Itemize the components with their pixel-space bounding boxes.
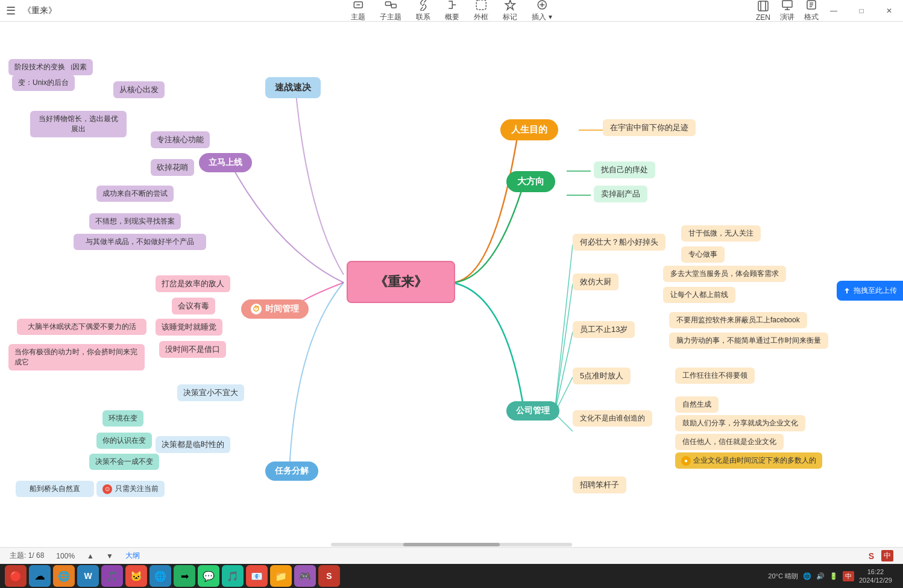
- maximize-button[interactable]: □: [848, 0, 875, 22]
- right-tools: ZEN 演讲 格式: [756, 0, 819, 22]
- taskbar-icon-wps[interactable]: S: [318, 565, 340, 587]
- window-controls: — □ ✕: [820, 0, 903, 22]
- close-button[interactable]: ✕: [875, 0, 903, 22]
- taskbar-icon-4[interactable]: 🎵: [101, 565, 123, 587]
- titlebar: ☰ 《重来》 主题 子主题 联系 概要 外框 标记: [0, 0, 903, 22]
- present-button[interactable]: 演讲: [780, 0, 794, 22]
- float-upload-button[interactable]: 拖拽至此上传: [837, 281, 903, 301]
- tray-volume-icon: 🔊: [816, 572, 825, 580]
- node-recruit[interactable]: 招聘笨杆子: [573, 477, 626, 493]
- node-meetings-toxic[interactable]: 会议有毒: [172, 298, 215, 314]
- toolbar-subject[interactable]: 主题: [351, 0, 365, 22]
- taskbar-icon-2[interactable]: 🌐: [53, 565, 75, 587]
- node-time-mgmt[interactable]: ⏱ 时间管理: [241, 299, 309, 319]
- node-culture-origin[interactable]: 文化不是由谁创造的: [573, 410, 652, 427]
- node-natural[interactable]: 自然生成: [675, 396, 719, 413]
- node-no-monitor[interactable]: 不要用监控软件来屏蔽员工上facebook: [669, 312, 807, 328]
- node-small-ship[interactable]: 何必壮大？船小好掉头: [573, 234, 665, 251]
- node-motivation[interactable]: 当你有极强的动力时，你会挤时间来完成它: [8, 344, 145, 371]
- node-low-profile[interactable]: 甘于低微，无人关注: [681, 225, 761, 242]
- node-tech-stage[interactable]: 阶段技术的变换: [8, 59, 71, 75]
- toolbar-insert[interactable]: 插入 ▾: [532, 0, 552, 22]
- svg-line-5: [422, 4, 424, 6]
- node-trust[interactable]: 信任他人，信任就是企业文化: [675, 434, 784, 450]
- zen-button[interactable]: ZEN: [756, 0, 770, 22]
- node-sleep[interactable]: 该睡觉时就睡觉: [156, 319, 222, 336]
- node-cut-fancy[interactable]: 砍掉花哨: [151, 159, 194, 176]
- format-button[interactable]: 格式: [804, 0, 819, 22]
- node-life-goal[interactable]: 人生目的: [500, 119, 558, 140]
- toolbar-sub-subject[interactable]: 子主题: [380, 0, 401, 22]
- node-employee-age[interactable]: 员工不止13岁: [573, 321, 635, 338]
- taskbar-icon-12[interactable]: 🎮: [294, 565, 316, 587]
- zoom-down[interactable]: ▼: [106, 552, 113, 560]
- mindmap-canvas[interactable]: 《重来》 人生目的 在宇宙中留下你的足迹 大方向 扰自己的痒处 卖掉副产品 公司…: [0, 22, 903, 564]
- node-find-answer[interactable]: 不猜想，到现实寻找答案: [89, 213, 181, 230]
- toolbar-summary[interactable]: 概要: [445, 0, 459, 22]
- systray: 20°C 晴朗 🌐 🔊 🔋 中 16:22 2024/12/29: [762, 564, 898, 588]
- node-share[interactable]: 鼓励人们分享，分享就成为企业文化: [675, 415, 805, 431]
- taskbar-icon-6[interactable]: 🌐: [149, 565, 171, 587]
- toolbar-link[interactable]: 联系: [416, 0, 430, 22]
- input-method[interactable]: 中: [881, 550, 893, 561]
- node-museum[interactable]: 当好博物馆长，选出最优展出: [30, 111, 127, 137]
- node-natural-straight[interactable]: 船到桥头自然直: [16, 481, 94, 497]
- toolbar-summary-label: 概要: [445, 12, 459, 22]
- taskbar-icon-9[interactable]: 🎵: [222, 565, 244, 587]
- tray-input[interactable]: 中: [843, 571, 854, 581]
- svg-line-25: [555, 245, 573, 413]
- node-distraction[interactable]: 打岔是效率的敌人: [156, 275, 230, 292]
- center-node[interactable]: 《重来》: [347, 261, 455, 303]
- toolbar-mark-label: 标记: [503, 12, 517, 22]
- node-half-sleep[interactable]: 大脑半休眠状态下偶爱不要力的活: [17, 319, 146, 335]
- svg-line-27: [555, 332, 573, 413]
- toolbar-mark[interactable]: 标记: [503, 0, 517, 22]
- node-focus-core[interactable]: 专注核心功能: [151, 131, 210, 148]
- node-company-mgmt[interactable]: 公司管理: [506, 401, 559, 421]
- svg-marker-8: [505, 0, 515, 10]
- outline-toggle[interactable]: 大纲: [125, 551, 140, 561]
- node-unix[interactable]: 变：Unix的后台: [12, 75, 75, 91]
- node-half-product[interactable]: 与其做半成品，不如做好半个产品: [74, 234, 206, 250]
- node-frontline[interactable]: 让每个人都上前线: [663, 287, 735, 303]
- minimize-button[interactable]: —: [820, 0, 848, 22]
- node-itch[interactable]: 扰自己的痒处: [594, 161, 655, 178]
- node-imitate-chef[interactable]: 效仿大厨: [573, 274, 618, 290]
- taskbar-icon-10[interactable]: 📧: [246, 565, 268, 587]
- taskbar-icon-5[interactable]: 🐱: [125, 565, 147, 587]
- node-keep-trying[interactable]: 成功来自不断的尝试: [96, 186, 174, 202]
- taskbar-icon-11[interactable]: 📁: [270, 565, 292, 587]
- node-focus-now[interactable]: ⊙ 只需关注当前: [96, 481, 165, 497]
- node-direction[interactable]: 大方向: [506, 171, 555, 192]
- node-brainwork[interactable]: 脑力劳动的事，不能简单通过工作时间来衡量: [669, 333, 828, 349]
- horizontal-scrollbar[interactable]: [331, 543, 572, 546]
- node-culture-time[interactable]: ● 企业文化是由时间沉淀下来的多数人的: [675, 452, 822, 469]
- node-serve-customer[interactable]: 多去大堂当服务员，体会顾客需求: [663, 266, 786, 282]
- zoom-up[interactable]: ▲: [87, 552, 94, 560]
- node-no-excuse[interactable]: 没时间不是借口: [159, 341, 226, 358]
- taskbar-icon-8[interactable]: 💬: [198, 565, 219, 587]
- taskbar-icon-3[interactable]: W: [77, 565, 99, 587]
- node-workaholic[interactable]: 工作狂往往不得要领: [675, 367, 755, 384]
- node-universe[interactable]: 在宇宙中留下你的足迹: [603, 119, 696, 136]
- svg-rect-3: [391, 4, 396, 8]
- node-temp-decision[interactable]: 决策都是临时性的: [156, 436, 230, 453]
- taskbar-icon-1[interactable]: ☁: [29, 565, 51, 587]
- taskbar-icon-7[interactable]: ➡: [174, 565, 195, 587]
- node-core-start[interactable]: 从核心出发: [113, 81, 165, 98]
- taskbar-icon-0[interactable]: 🔴: [5, 565, 27, 587]
- node-speed[interactable]: 速战速决: [265, 77, 321, 98]
- status-right: S 中: [869, 550, 893, 561]
- node-task-decomp[interactable]: 任务分解: [265, 461, 318, 481]
- status-left: 主题: 1/ 68 100% ▲ ▼ 大纲: [10, 551, 869, 561]
- node-decision-change[interactable]: 决策不会一成不变: [89, 454, 159, 470]
- node-small-decision[interactable]: 决策宜小不宜大: [177, 384, 244, 401]
- node-launch[interactable]: 立马上线: [199, 153, 252, 172]
- node-byproduct[interactable]: 卖掉副产品: [594, 186, 647, 202]
- node-env-change[interactable]: 环境在变: [102, 410, 143, 427]
- menu-icon[interactable]: ☰: [6, 4, 16, 17]
- node-release-time[interactable]: 5点准时放人: [573, 367, 631, 384]
- node-cognition-change[interactable]: 你的认识在变: [96, 433, 152, 449]
- toolbar-outer[interactable]: 外框: [474, 0, 488, 22]
- node-focus-work[interactable]: 专心做事: [681, 246, 725, 263]
